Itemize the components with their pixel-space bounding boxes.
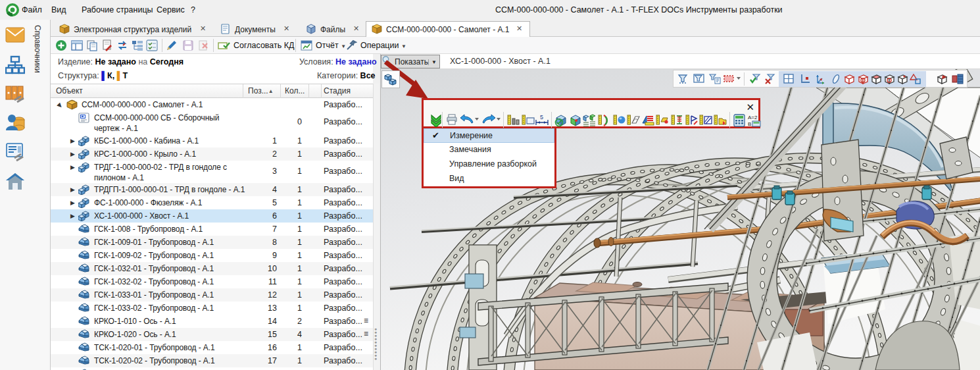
svg-text:5: 5 bbox=[540, 114, 543, 120]
svg-text:A=2: A=2 bbox=[748, 115, 758, 120]
svg-text:B: B bbox=[748, 121, 751, 127]
